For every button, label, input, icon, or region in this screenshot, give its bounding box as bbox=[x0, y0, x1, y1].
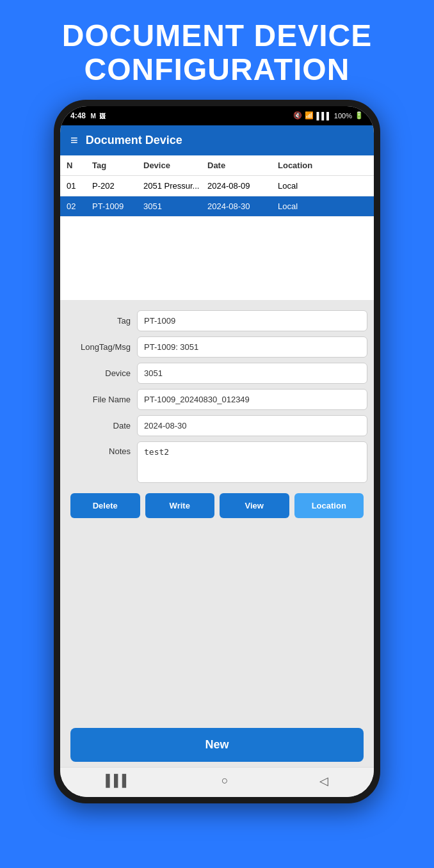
new-button-container: New bbox=[60, 723, 374, 767]
col-header-tag: Tag bbox=[92, 161, 143, 170]
col-header-date: Date bbox=[207, 161, 278, 170]
table-header: N Tag Device Date Location bbox=[60, 155, 374, 176]
status-icons: 🔇 📶 ▌▌▌ 100% 🔋 bbox=[293, 111, 364, 120]
col-header-device: Device bbox=[143, 161, 207, 170]
wifi-icon: 📶 bbox=[305, 111, 314, 120]
nav-home-icon[interactable]: ○ bbox=[221, 774, 229, 787]
form-row-longtag: LongTag/Msg bbox=[67, 336, 367, 358]
battery-icon: 🔋 bbox=[355, 111, 364, 120]
row1-n: 01 bbox=[67, 181, 92, 191]
page-title: DOCUMENT DEVICE CONFIGURATION bbox=[36, 0, 398, 100]
row2-n: 02 bbox=[67, 201, 92, 211]
menu-icon[interactable]: ≡ bbox=[70, 133, 78, 148]
row1-device: 2051 Pressur... bbox=[143, 181, 207, 191]
status-time: 4:48 M 🖼 bbox=[70, 111, 106, 120]
date-label: Date bbox=[67, 421, 137, 430]
form-row-date: Date bbox=[67, 415, 367, 436]
row1-tag: P-202 bbox=[92, 181, 143, 191]
view-button[interactable]: View bbox=[220, 493, 289, 518]
longtag-label: LongTag/Msg bbox=[67, 342, 137, 352]
row2-tag: PT-1009 bbox=[92, 201, 143, 211]
table-container: N Tag Device Date Location 01 P-202 2051… bbox=[60, 155, 374, 300]
table-row[interactable]: 01 P-202 2051 Pressur... 2024-08-09 Loca… bbox=[60, 176, 374, 196]
device-label: Device bbox=[67, 368, 137, 378]
action-buttons: Delete Write View Location bbox=[67, 488, 367, 523]
tag-input[interactable] bbox=[137, 310, 367, 331]
delete-button[interactable]: Delete bbox=[70, 493, 140, 518]
form-row-filename: File Name bbox=[67, 389, 367, 410]
table-empty-area bbox=[60, 217, 374, 300]
row1-location: Local bbox=[278, 181, 329, 191]
row2-location: Local bbox=[278, 201, 329, 211]
longtag-input[interactable] bbox=[137, 336, 367, 358]
battery-text: 100% bbox=[334, 112, 352, 120]
device-input[interactable] bbox=[137, 363, 367, 384]
notes-label: Notes bbox=[67, 441, 137, 456]
col-header-n: N bbox=[67, 161, 92, 170]
table-row[interactable]: 02 PT-1009 3051 2024-08-30 Local bbox=[60, 196, 374, 217]
location-button[interactable]: Location bbox=[294, 493, 364, 518]
signal-icon: ▌▌▌ bbox=[316, 112, 331, 120]
mute-icon: 🔇 bbox=[293, 111, 302, 120]
nav-recent-icon[interactable]: ▌▌▌ bbox=[106, 774, 130, 787]
status-bar: 4:48 M 🖼 🔇 📶 ▌▌▌ 100% 🔋 bbox=[60, 106, 374, 125]
top-bar: ≡ Document Device bbox=[60, 125, 374, 155]
bottom-empty-area bbox=[67, 523, 367, 716]
new-button[interactable]: New bbox=[70, 728, 364, 762]
row2-date: 2024-08-30 bbox=[207, 201, 278, 211]
nav-bar: ▌▌▌ ○ ◁ bbox=[60, 767, 374, 797]
date-input[interactable] bbox=[137, 415, 367, 436]
app-title: Document Device bbox=[86, 134, 182, 147]
nav-back-icon[interactable]: ◁ bbox=[319, 774, 328, 788]
filename-input[interactable] bbox=[137, 389, 367, 410]
notes-textarea[interactable] bbox=[137, 441, 367, 483]
write-button[interactable]: Write bbox=[145, 493, 215, 518]
form-row-device: Device bbox=[67, 363, 367, 384]
form-row-tag: Tag bbox=[67, 310, 367, 331]
row2-device: 3051 bbox=[143, 201, 207, 211]
phone-screen: 4:48 M 🖼 🔇 📶 ▌▌▌ 100% 🔋 ≡ Document Devic… bbox=[60, 106, 374, 797]
col-header-location: Location bbox=[278, 161, 329, 170]
form-area: Tag LongTag/Msg Device File Name Date No bbox=[60, 300, 374, 723]
row1-date: 2024-08-09 bbox=[207, 181, 278, 191]
tag-label: Tag bbox=[67, 316, 137, 326]
form-row-notes: Notes bbox=[67, 441, 367, 483]
filename-label: File Name bbox=[67, 395, 137, 404]
phone-device: 4:48 M 🖼 🔇 📶 ▌▌▌ 100% 🔋 ≡ Document Devic… bbox=[54, 100, 380, 803]
